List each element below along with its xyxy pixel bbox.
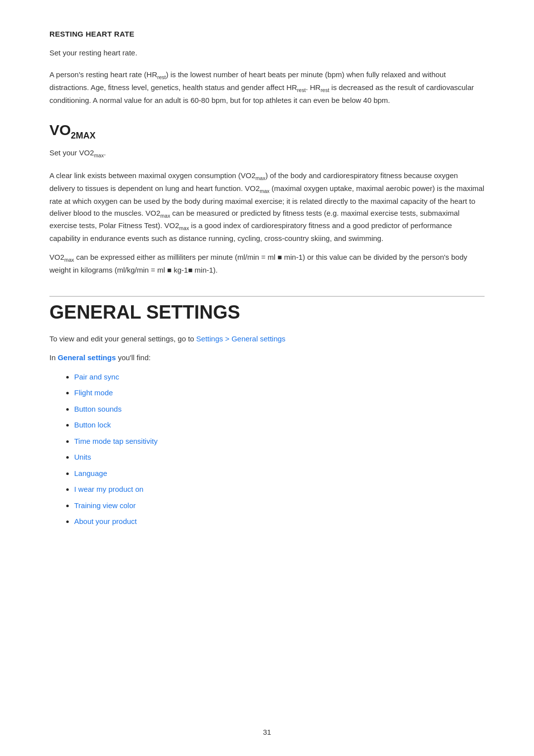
general-settings-heading: GENERAL SETTINGS xyxy=(49,296,485,323)
link-i-wear-my-product-on[interactable]: I wear my product on xyxy=(74,485,143,493)
link-flight-mode[interactable]: Flight mode xyxy=(74,388,113,397)
link-button-lock[interactable]: Button lock xyxy=(74,421,111,429)
general-settings-intro-text: To view and edit your general settings, … xyxy=(49,334,196,343)
page-container: RESTING HEART RATE Set your resting hear… xyxy=(0,0,534,756)
vo2-max-sub-b1c: max xyxy=(160,213,170,219)
general-settings-body-text: In xyxy=(49,353,58,362)
link-about-your-product[interactable]: About your product xyxy=(74,517,137,525)
list-item-pair-and-sync: Pair and sync xyxy=(74,372,485,383)
rest-sub-1: rest xyxy=(157,74,166,80)
vo2-max-sub-b1a: max xyxy=(256,175,266,181)
list-item-i-wear-my-product-on: I wear my product on xyxy=(74,484,485,495)
link-training-view-color[interactable]: Training view color xyxy=(74,501,136,510)
general-settings-body-link[interactable]: General settings xyxy=(58,353,116,362)
vo2max-heading: VO2MAX xyxy=(49,121,485,142)
vo2-max-sub-b1d: max xyxy=(179,225,189,231)
rest-sub-3: rest xyxy=(320,87,329,93)
vo2-max-sub-b2: max xyxy=(64,257,74,263)
link-time-mode-tap-sensitivity[interactable]: Time mode tap sensitivity xyxy=(74,437,158,445)
list-item-language: Language xyxy=(74,468,485,479)
general-settings-body: In General settings you'll find: xyxy=(49,352,485,364)
list-item-flight-mode: Flight mode xyxy=(74,387,485,399)
vo2max-sub: 2MAX xyxy=(71,131,95,141)
resting-heart-rate-heading: RESTING HEART RATE xyxy=(49,30,485,38)
rest-sub-2: rest xyxy=(297,87,306,93)
vo2-max-sub-b1b: max xyxy=(260,188,269,194)
link-button-sounds[interactable]: Button sounds xyxy=(74,405,122,413)
vo2max-body1: A clear link exists between maximal oxyg… xyxy=(49,170,485,244)
general-settings-intro: To view and edit your general settings, … xyxy=(49,333,485,345)
list-item-training-view-color: Training view color xyxy=(74,500,485,512)
settings-general-link[interactable]: Settings > General settings xyxy=(196,334,286,343)
vo2-max-sub-intro: max xyxy=(94,152,104,158)
general-settings-body-rest: you'll find: xyxy=(116,353,150,362)
link-pair-and-sync[interactable]: Pair and sync xyxy=(74,373,119,381)
vo2max-intro: Set your VO2max. xyxy=(49,147,485,160)
page-number: 31 xyxy=(263,728,271,736)
list-item-button-sounds: Button sounds xyxy=(74,404,485,415)
list-item-time-mode-tap: Time mode tap sensitivity xyxy=(74,436,485,447)
link-language[interactable]: Language xyxy=(74,469,107,477)
link-units[interactable]: Units xyxy=(74,453,91,461)
list-item-about-your-product: About your product xyxy=(74,516,485,527)
resting-heart-rate-intro: Set your resting heart rate. xyxy=(49,47,485,59)
resting-heart-rate-body: A person's resting heart rate (HRrest) i… xyxy=(49,69,485,106)
general-settings-list: Pair and sync Flight mode Button sounds … xyxy=(74,372,485,527)
list-item-units: Units xyxy=(74,452,485,463)
vo2max-body2: VO2max can be expressed either as millil… xyxy=(49,251,485,276)
list-item-button-lock: Button lock xyxy=(74,420,485,431)
